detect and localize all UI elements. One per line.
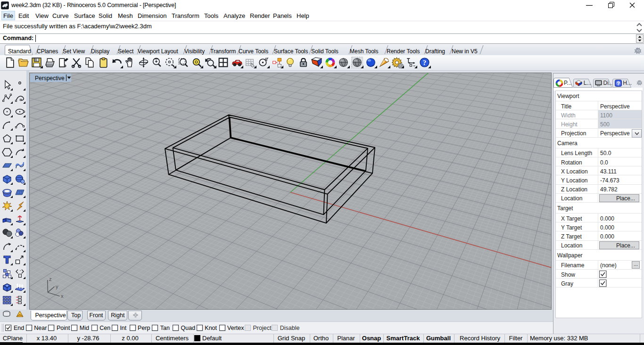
svg-text:y: y bbox=[56, 284, 58, 289]
svg-text:?: ? bbox=[617, 81, 620, 86]
svg-text:x: x bbox=[61, 293, 64, 299]
svg-text:?: ? bbox=[423, 58, 427, 66]
svg-text:z: z bbox=[49, 276, 52, 282]
